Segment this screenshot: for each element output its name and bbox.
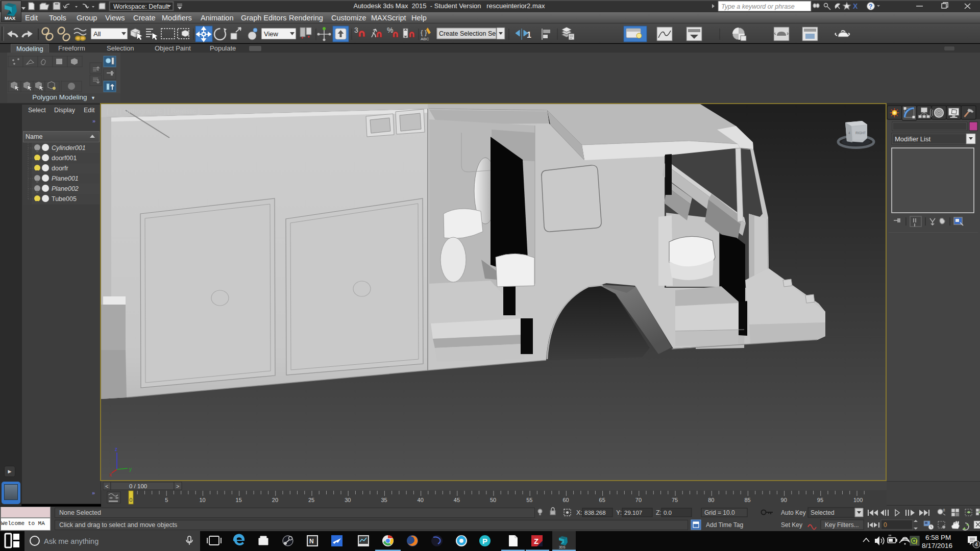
svg-text:45: 45 xyxy=(454,497,460,503)
svg-text:95: 95 xyxy=(817,497,823,503)
svg-text:Y:: Y: xyxy=(616,509,622,516)
svg-text:y: y xyxy=(129,466,132,472)
svg-text:Z:: Z: xyxy=(656,509,662,516)
svg-text:N: N xyxy=(309,538,314,545)
svg-text:All: All xyxy=(93,30,101,38)
svg-text:10: 10 xyxy=(199,497,205,503)
svg-text:?: ? xyxy=(869,3,872,10)
svg-text:Set Key: Set Key xyxy=(781,521,802,529)
svg-text:Plane002: Plane002 xyxy=(52,185,79,192)
svg-text:View: View xyxy=(264,30,279,38)
svg-text:doorfr: doorfr xyxy=(52,165,68,172)
svg-text:3: 3 xyxy=(354,26,358,34)
svg-text:85: 85 xyxy=(744,497,750,503)
svg-text:40: 40 xyxy=(418,497,424,503)
svg-text:doorf001: doorf001 xyxy=(52,155,77,162)
svg-text:75: 75 xyxy=(672,497,678,503)
svg-text:4: 4 xyxy=(848,131,850,135)
svg-text:3DS: 3DS xyxy=(559,545,566,549)
svg-text:0 / 100: 0 / 100 xyxy=(129,483,147,489)
svg-text:4: 4 xyxy=(975,541,978,547)
svg-text:>: > xyxy=(176,483,179,489)
svg-text:6:58 PM: 6:58 PM xyxy=(925,534,951,541)
svg-text:MAX: MAX xyxy=(5,15,16,21)
svg-text:Selected: Selected xyxy=(811,509,835,516)
svg-text:Auto Key: Auto Key xyxy=(781,509,806,516)
svg-text:30: 30 xyxy=(345,497,351,503)
svg-text:0.0: 0.0 xyxy=(664,510,672,516)
svg-text:15: 15 xyxy=(236,497,242,503)
svg-text:Z: Z xyxy=(534,537,538,545)
svg-text:Plane001: Plane001 xyxy=(52,175,79,182)
svg-text:838.268: 838.268 xyxy=(584,510,606,516)
svg-text:P: P xyxy=(482,537,487,545)
svg-text:60: 60 xyxy=(562,497,569,503)
svg-text:Type a keyword or phrase: Type a keyword or phrase xyxy=(721,3,795,10)
svg-text:{ }: { } xyxy=(421,29,427,36)
svg-text:50: 50 xyxy=(490,497,496,503)
svg-text:[ + ] [ Orthographic ] [ Reali: [ + ] [ Orthographic ] [ Realistic ] xyxy=(107,107,200,115)
svg-text:X:: X: xyxy=(576,509,582,516)
svg-text:ABC: ABC xyxy=(421,37,429,41)
svg-text:Grid = 10.0: Grid = 10.0 xyxy=(704,509,735,516)
svg-text:65: 65 xyxy=(599,497,605,503)
svg-text:Create Selection Se: Create Selection Se xyxy=(439,30,496,37)
svg-text:Cylinder001: Cylinder001 xyxy=(52,144,86,152)
svg-text:70: 70 xyxy=(635,497,642,503)
svg-text:29.107: 29.107 xyxy=(624,510,642,516)
svg-text:±: ± xyxy=(943,507,945,512)
svg-text:Ask me anything: Ask me anything xyxy=(44,537,99,545)
svg-text:20: 20 xyxy=(272,497,278,503)
svg-text:80: 80 xyxy=(708,497,714,503)
svg-text:Add Time Tag: Add Time Tag xyxy=(706,521,743,529)
svg-text:Key Filters...: Key Filters... xyxy=(825,521,859,529)
svg-text:55: 55 xyxy=(526,497,532,503)
svg-text:%: % xyxy=(387,26,393,34)
svg-text:X: X xyxy=(853,2,858,10)
svg-text:!: ! xyxy=(916,540,917,545)
svg-text:x: x xyxy=(109,472,112,478)
svg-text:Tube005: Tube005 xyxy=(52,195,77,203)
svg-text:z: z xyxy=(115,446,117,452)
svg-text:0: 0 xyxy=(884,521,887,529)
svg-text:Modifier List: Modifier List xyxy=(895,135,930,143)
svg-text:RIGHT: RIGHT xyxy=(855,131,866,135)
svg-text:90: 90 xyxy=(781,497,787,503)
svg-text:35: 35 xyxy=(381,497,387,503)
svg-text:0: 0 xyxy=(130,497,133,503)
svg-text:<: < xyxy=(105,483,108,489)
svg-text:1: 1 xyxy=(527,31,531,39)
svg-text:100: 100 xyxy=(853,497,863,503)
svg-text:8/17/2016: 8/17/2016 xyxy=(922,542,952,549)
svg-text:5: 5 xyxy=(165,497,168,503)
svg-text:Workspace: Default: Workspace: Default xyxy=(113,3,169,10)
svg-text:25: 25 xyxy=(308,497,314,503)
